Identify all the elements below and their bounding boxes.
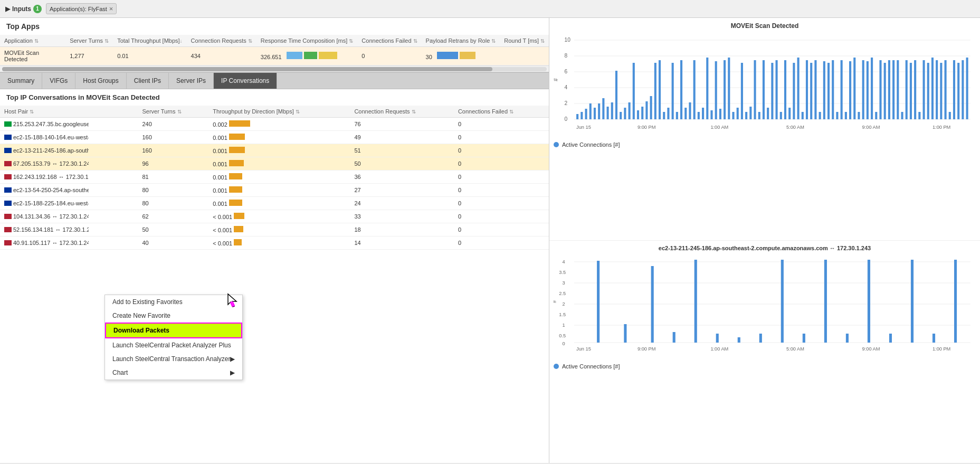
- menu-item-launch-packet-analyzer[interactable]: Launch SteelCentral Packet Analyzer Plus: [105, 338, 242, 352]
- svg-rect-52: [745, 112, 747, 119]
- svg-rect-78: [858, 112, 860, 119]
- tab-client-ips[interactable]: Client IPs: [127, 73, 169, 89]
- flag-icon: [4, 135, 12, 140]
- cell-application: MOVEit Scan Detected: [0, 47, 65, 65]
- bottom-table-wrapper[interactable]: Host Pair ⇅ Server Turns ⇅ Throughput by…: [0, 106, 549, 463]
- menu-item-add-favorites[interactable]: Add to Existing Favorites: [105, 295, 242, 309]
- right-chart-bottom: ec2-13-211-245-186.ap-southeast-2.comput…: [549, 241, 980, 463]
- conversations-header-row: Host Pair ⇅ Server Turns ⇅ Throughput by…: [0, 106, 549, 118]
- svg-rect-92: [918, 112, 920, 119]
- table-row[interactable]: 162.243.192.168 ↔ 172.30.1... 81 0.001 3…: [0, 171, 549, 184]
- col-application[interactable]: Application ⇅: [0, 35, 65, 47]
- tab-server-ips[interactable]: Server IPs: [169, 73, 214, 89]
- table-row[interactable]: 52.156.134.181 ↔ 172.30.1.243 50 < 0.001…: [0, 223, 549, 236]
- svg-rect-39: [689, 102, 691, 119]
- top-chart-title: MOVEit Scan Detected: [554, 22, 976, 30]
- svg-rect-22: [615, 71, 617, 119]
- col-host-pair[interactable]: Host Pair ⇅: [0, 106, 138, 118]
- cell-payload-retrans: 30: [422, 47, 500, 65]
- svg-text:1.5: 1.5: [559, 312, 566, 317]
- svg-rect-65: [802, 112, 804, 119]
- col-connection-requests-2[interactable]: Connection Requests ⇅: [350, 106, 453, 118]
- cell-host-pair: ec2-15-188-225-184.eu-west-3...: [0, 197, 138, 210]
- svg-rect-68: [814, 60, 816, 119]
- cell-conn-failed: 0: [454, 131, 549, 144]
- table-row[interactable]: ec2-15-188-225-184.eu-west-3... 80 0.001…: [0, 197, 549, 210]
- svg-rect-72: [832, 60, 834, 119]
- col-connection-requests[interactable]: Connection Requests ⇅: [187, 35, 256, 47]
- col-connections-failed-2[interactable]: Connections Failed ⇅: [454, 106, 549, 118]
- svg-rect-86: [892, 60, 895, 119]
- flag-us-icon: [4, 161, 12, 166]
- cell-connections-failed: 0: [357, 47, 421, 65]
- menu-item-add-favorites-label: Add to Existing Favorites: [112, 298, 183, 306]
- svg-rect-36: [676, 112, 678, 119]
- cell-conn-req: 49: [350, 131, 453, 144]
- table-row[interactable]: ec2-13-211-245-186.ap-southe... 160 0.00…: [0, 144, 549, 157]
- svg-rect-47: [724, 60, 726, 119]
- inputs-count-badge: 1: [33, 5, 42, 13]
- menu-item-launch-transaction-analyzer[interactable]: Launch SteelCentral Transaction Analyzer…: [105, 352, 242, 366]
- cell-conn-failed: 0: [454, 118, 549, 131]
- table-row[interactable]: 67.205.153.79 ↔ 172.30.1.243 96 0.001 50…: [0, 157, 549, 171]
- flag-us-icon: [4, 214, 12, 219]
- svg-rect-79: [862, 60, 864, 119]
- right-chart-top: MOVEit Scan Detected 10 8 6 4 2 0 #: [549, 18, 980, 241]
- filter-tag: Application(s): FlyFast ×: [46, 3, 117, 14]
- table-row[interactable]: MOVEit Scan Detected 1,277 0.01 434 326.…: [0, 47, 549, 65]
- table-row[interactable]: 40.91.105.117 ↔ 172.30.1.243 40 < 0.001 …: [0, 236, 549, 250]
- cell-throughput: 0.001: [208, 184, 350, 197]
- col-throughput-direction[interactable]: Throughput by Direction [Mbps] ⇅: [208, 106, 350, 118]
- menu-item-chart[interactable]: Chart ▶: [105, 366, 242, 380]
- col-round-t[interactable]: Round T [ms] ⇅: [500, 35, 549, 47]
- scrollbar-thumb[interactable]: [2, 67, 492, 71]
- svg-rect-127: [651, 266, 654, 343]
- col-connections-failed[interactable]: Connections Failed ⇅: [357, 35, 421, 47]
- svg-rect-71: [827, 63, 830, 119]
- scrollbar-area[interactable]: [0, 65, 549, 72]
- svg-rect-54: [754, 60, 756, 119]
- inputs-toggle[interactable]: ▶ Inputs 1: [5, 5, 42, 13]
- svg-rect-69: [819, 112, 821, 119]
- tab-vifgs[interactable]: VIFGs: [42, 73, 75, 89]
- svg-rect-126: [624, 324, 626, 343]
- svg-rect-46: [719, 109, 721, 119]
- col-total-throughput[interactable]: Total Throughput [Mbps]↓: [113, 35, 186, 47]
- svg-rect-103: [966, 58, 968, 119]
- svg-rect-14: [581, 112, 583, 119]
- table-row[interactable]: 215.253.247.35.bc.googleusercontent.com …: [0, 118, 549, 131]
- svg-rect-87: [897, 60, 899, 119]
- col-server-turns-2[interactable]: Server Turns ⇅: [138, 106, 208, 118]
- svg-rect-40: [693, 60, 696, 119]
- table-row[interactable]: ec2-13-54-250-254.ap-southe... 80 0.001 …: [0, 184, 549, 197]
- cell-host-pair: ec2-13-54-250-254.ap-southe...: [0, 184, 138, 197]
- cell-conn-req: 50: [350, 157, 453, 171]
- menu-item-create-favorite[interactable]: Create New Favorite: [105, 309, 242, 323]
- top-apps-table-wrapper[interactable]: Application ⇅ Server Turns ⇅ Total Throu…: [0, 35, 549, 65]
- cell-server-turns: 240: [138, 118, 208, 131]
- svg-rect-139: [911, 260, 914, 343]
- chevron-right-icon: ▶: [5, 5, 10, 13]
- col-payload-retrans[interactable]: Payload Retrans by Role ⇅: [422, 35, 500, 47]
- cell-conn-failed: 0: [454, 223, 549, 236]
- svg-rect-23: [620, 112, 622, 119]
- cell-throughput: 0.001: [208, 131, 350, 144]
- tab-ip-conversations[interactable]: IP Conversations: [214, 73, 277, 89]
- conversations-table: Host Pair ⇅ Server Turns ⇅ Throughput by…: [0, 106, 549, 250]
- svg-rect-94: [927, 63, 929, 119]
- filter-tag-close-button[interactable]: ×: [109, 5, 113, 13]
- svg-rect-16: [589, 103, 592, 119]
- svg-text:#: #: [554, 78, 559, 81]
- col-response-time[interactable]: Response Time Composition [ms] ⇅: [256, 35, 358, 47]
- tab-host-groups[interactable]: Host Groups: [75, 73, 126, 89]
- svg-rect-55: [758, 112, 760, 119]
- col-server-turns[interactable]: Server Turns ⇅: [65, 35, 113, 47]
- svg-rect-89: [906, 60, 908, 119]
- top-bar: ▶ Inputs 1 Application(s): FlyFast ×: [0, 0, 980, 18]
- menu-item-download-packets[interactable]: Download Packets: [105, 323, 242, 338]
- svg-rect-73: [836, 112, 838, 119]
- table-row[interactable]: ec2-15-188-140-164.eu-west-3... 160 0.00…: [0, 131, 549, 144]
- cell-server-turns: 96: [138, 157, 208, 171]
- tab-summary[interactable]: Summary: [0, 73, 42, 89]
- table-row[interactable]: 104.131.34.36 ↔ 172.30.1.243 62 < 0.001 …: [0, 210, 549, 223]
